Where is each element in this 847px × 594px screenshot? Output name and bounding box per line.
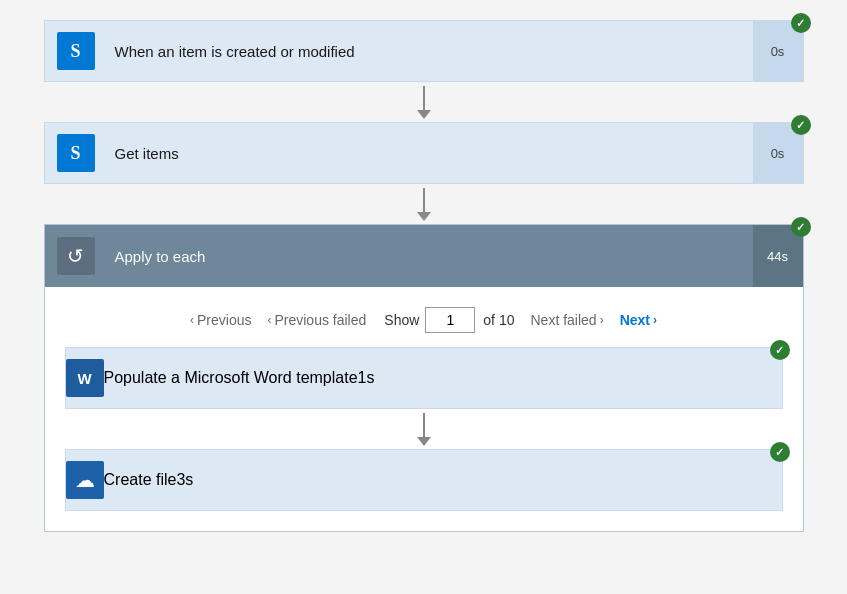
connector-arrow-1 (417, 82, 431, 122)
sharepoint-icon: S (57, 32, 95, 70)
apply-to-each-header[interactable]: ↺ Apply to each 44s (45, 225, 803, 287)
next-failed-chevron-icon: › (600, 313, 604, 327)
pagination-bar: ‹ Previous ‹ Previous failed Show of 10 … (65, 297, 783, 347)
word-letter: W (77, 370, 91, 387)
next-button[interactable]: Next › (612, 308, 665, 332)
next-failed-label: Next failed (530, 312, 596, 328)
word-icon-box: W (66, 359, 104, 397)
previous-button[interactable]: ‹ Previous (182, 308, 259, 332)
inner-step-word[interactable]: W Populate a Microsoft Word template 1s (65, 347, 783, 409)
next-failed-button[interactable]: Next failed › (522, 308, 611, 332)
previous-failed-label: Previous failed (274, 312, 366, 328)
loop-icon-box: ↺ (45, 225, 107, 287)
onedrive-icon-box: ☁ (66, 461, 104, 499)
success-check-2 (791, 115, 811, 135)
create-file-time: 3s (176, 471, 193, 489)
show-label: Show (384, 312, 419, 328)
arrow-head-2 (417, 212, 431, 221)
connector-arrow-2 (417, 184, 431, 224)
cloud-icon: ☁ (75, 468, 95, 492)
loop-icon: ↺ (57, 237, 95, 275)
step-icon-box: S (45, 122, 107, 184)
word-step-label: Populate a Microsoft Word template (104, 369, 358, 387)
word-icon: W (66, 359, 104, 397)
inner-step-create-file[interactable]: ☁ Create file 3s (65, 449, 783, 511)
previous-label: Previous (197, 312, 251, 328)
apply-label: Apply to each (107, 248, 753, 265)
step-label: When an item is created or modified (107, 43, 753, 60)
word-step-time: 1s (358, 369, 375, 387)
sharepoint-letter-2: S (70, 143, 80, 164)
step-icon-box: S (45, 20, 107, 82)
inner-connector-arrow (417, 409, 431, 449)
step-when-item-created[interactable]: S When an item is created or modified 0s (44, 20, 804, 82)
step-get-items[interactable]: S Get items 0s (44, 122, 804, 184)
arrow-line (423, 86, 425, 110)
sharepoint-icon-2: S (57, 134, 95, 172)
sharepoint-letter: S (70, 41, 80, 62)
next-label: Next (620, 312, 650, 328)
create-file-label: Create file (104, 471, 177, 489)
apply-to-each-container: ↺ Apply to each 44s ‹ Previous ‹ Previou… (44, 224, 804, 532)
page-input[interactable] (425, 307, 475, 333)
inner-arrow-line (423, 413, 425, 437)
arrow-line-2 (423, 188, 425, 212)
apply-body: ‹ Previous ‹ Previous failed Show of 10 … (45, 287, 803, 531)
arrow-head (417, 110, 431, 119)
success-check (791, 13, 811, 33)
create-file-check (770, 442, 790, 462)
apply-check (791, 217, 811, 237)
previous-failed-chevron-icon: ‹ (267, 313, 271, 327)
onedrive-icon: ☁ (66, 461, 104, 499)
step-label-2: Get items (107, 145, 753, 162)
of-total-label: of 10 (483, 312, 514, 328)
inner-arrow-head (417, 437, 431, 446)
previous-chevron-icon: ‹ (190, 313, 194, 327)
flow-container: S When an item is created or modified 0s… (44, 20, 804, 532)
next-chevron-icon: › (653, 313, 657, 327)
word-step-check (770, 340, 790, 360)
previous-failed-button[interactable]: ‹ Previous failed (259, 308, 374, 332)
loop-arrow: ↺ (67, 244, 84, 268)
